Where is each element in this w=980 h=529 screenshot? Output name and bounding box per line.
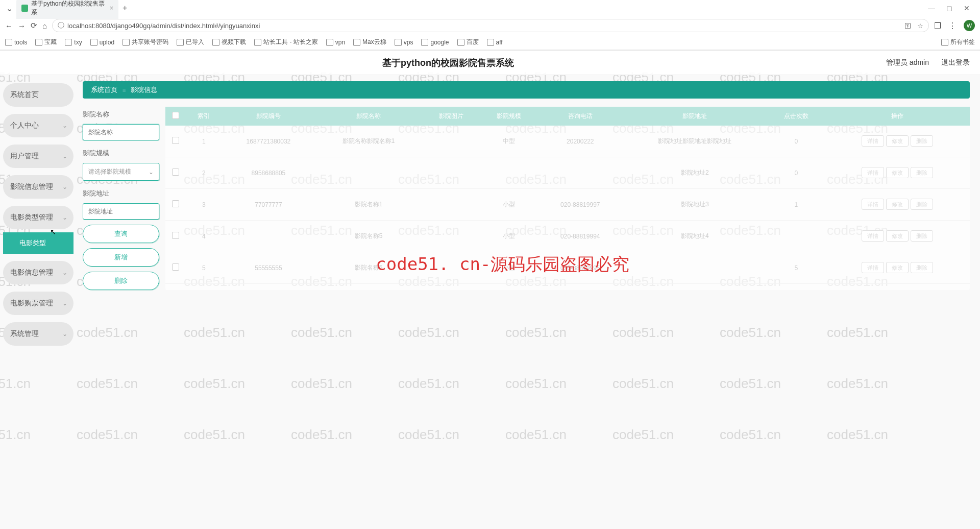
cinema-address-input[interactable] bbox=[83, 203, 159, 220]
sidebar-item[interactable]: 系统首页 bbox=[3, 83, 74, 107]
row-checkbox[interactable] bbox=[172, 232, 179, 239]
bookmark-item[interactable]: 站长工具 - 站长之家 bbox=[254, 38, 318, 46]
edit-button[interactable]: 修改 bbox=[886, 199, 909, 210]
new-tab-button[interactable]: + bbox=[122, 4, 127, 13]
bookmark-item[interactable]: vps bbox=[395, 38, 413, 46]
bookmark-bar: tools宝藏txyuplod共享账号密码已导入视频下载站长工具 - 站长之家v… bbox=[0, 35, 980, 50]
sidebar-subitem-active[interactable]: 电影类型 bbox=[3, 232, 74, 254]
folder-icon bbox=[65, 39, 72, 46]
detail-button[interactable]: 详情 bbox=[862, 199, 884, 210]
table-header: 索引 bbox=[186, 107, 222, 126]
detail-button[interactable]: 详情 bbox=[862, 135, 884, 147]
table-row: 28958688805影院地址20详情修改删除 bbox=[165, 157, 970, 189]
folder-icon bbox=[395, 39, 402, 46]
filter-name-label: 影院名称 bbox=[83, 110, 159, 119]
table-header: 咨询电话 bbox=[538, 107, 623, 126]
edit-button[interactable]: 修改 bbox=[886, 167, 909, 178]
sidebar-item[interactable]: 系统管理 bbox=[3, 322, 74, 346]
sidebar: 系统首页个人中心用户管理影院信息管理电影类型管理电影类型电影信息管理电影购票管理… bbox=[0, 75, 77, 529]
edit-button[interactable]: 修改 bbox=[886, 230, 909, 242]
folder-icon bbox=[487, 39, 494, 46]
table-header: 影院图片 bbox=[422, 107, 480, 126]
reload-icon[interactable]: ⟳ bbox=[31, 21, 37, 30]
folder-icon bbox=[326, 39, 333, 46]
folder-icon bbox=[254, 39, 261, 46]
row-checkbox[interactable] bbox=[172, 137, 179, 144]
sidebar-item[interactable]: 电影类型管理 bbox=[3, 206, 74, 229]
forward-icon[interactable]: → bbox=[18, 21, 26, 30]
tabs-dropdown[interactable]: ⌄ bbox=[4, 4, 14, 13]
breadcrumb-home[interactable]: 系统首页 bbox=[91, 85, 117, 94]
sidebar-item[interactable]: 电影购票管理 bbox=[3, 292, 74, 315]
bookmark-item[interactable]: aff bbox=[487, 38, 503, 46]
table-header bbox=[165, 107, 186, 126]
bookmark-item[interactable]: vpn bbox=[326, 38, 345, 46]
row-delete-button[interactable]: 删除 bbox=[911, 199, 933, 210]
row-delete-button[interactable]: 删除 bbox=[911, 167, 933, 178]
sidebar-item[interactable]: 影院信息管理 bbox=[3, 175, 74, 199]
window-controls: — ◻ ✕ bbox=[928, 4, 976, 12]
row-delete-button[interactable]: 删除 bbox=[911, 230, 933, 242]
table-header: 影院地址 bbox=[623, 107, 768, 126]
bookmark-item[interactable]: 共享账号密码 bbox=[122, 38, 168, 46]
home-icon[interactable]: ⌂ bbox=[42, 21, 47, 30]
bookmark-item[interactable]: tools bbox=[5, 38, 27, 46]
close-window-icon[interactable]: ✕ bbox=[964, 4, 970, 12]
maximize-icon[interactable]: ◻ bbox=[946, 4, 952, 12]
address-bar[interactable]: ⓘ localhost:8080/django490gq/admin/dist/… bbox=[52, 19, 929, 32]
detail-button[interactable]: 详情 bbox=[862, 262, 884, 273]
row-checkbox[interactable] bbox=[172, 169, 179, 176]
mouse-cursor-icon: ↖ bbox=[50, 228, 56, 236]
folder-icon bbox=[5, 39, 12, 46]
bookmark-item[interactable]: google bbox=[421, 38, 449, 46]
content-area: 系统首页 ≡ 影院信息 影院名称 影院规模 请选择影院规模 ⌄ 影院地址 查询 … bbox=[77, 75, 980, 529]
all-bookmarks[interactable]: 所有书签 bbox=[941, 38, 975, 46]
table-header: 点击次数 bbox=[767, 107, 825, 126]
row-checkbox[interactable] bbox=[172, 200, 179, 207]
table-header: 影院规模 bbox=[480, 107, 538, 126]
password-icon[interactable]: ⚿ bbox=[904, 22, 911, 30]
minimize-icon[interactable]: — bbox=[928, 4, 935, 12]
table-header: 影院编号 bbox=[222, 107, 315, 126]
bookmark-item[interactable]: txy bbox=[65, 38, 82, 46]
bookmark-star-icon[interactable]: ☆ bbox=[917, 22, 923, 30]
search-button[interactable]: 查询 bbox=[83, 225, 159, 243]
add-button[interactable]: 新增 bbox=[83, 248, 159, 267]
site-info-icon[interactable]: ⓘ bbox=[58, 21, 64, 30]
extensions-icon[interactable]: ❐ bbox=[934, 21, 941, 31]
current-user-label: 管理员 admin bbox=[886, 58, 929, 67]
sidebar-item[interactable]: 电影信息管理 bbox=[3, 261, 74, 284]
folder-icon bbox=[177, 39, 184, 46]
breadcrumb: 系统首页 ≡ 影院信息 bbox=[83, 81, 970, 99]
breadcrumb-current: 影院信息 bbox=[131, 85, 157, 94]
bookmark-item[interactable]: 视频下载 bbox=[212, 38, 246, 46]
edit-button[interactable]: 修改 bbox=[886, 262, 909, 273]
row-checkbox[interactable] bbox=[172, 263, 179, 271]
menu-icon[interactable]: ⋮ bbox=[948, 21, 957, 31]
logout-link[interactable]: 退出登录 bbox=[941, 58, 970, 67]
row-delete-button[interactable]: 删除 bbox=[911, 135, 933, 147]
back-icon[interactable]: ← bbox=[5, 21, 13, 30]
bookmark-item[interactable]: Max云梯 bbox=[353, 38, 386, 46]
cinema-scale-select[interactable]: 请选择影院规模 ⌄ bbox=[83, 163, 159, 181]
folder-icon bbox=[35, 39, 42, 46]
bookmark-item[interactable]: 宝藏 bbox=[35, 38, 57, 46]
profile-avatar[interactable]: W bbox=[964, 20, 975, 31]
sidebar-item[interactable]: 用户管理 bbox=[3, 145, 74, 168]
cinema-name-input[interactable] bbox=[83, 124, 159, 140]
folder-icon bbox=[122, 39, 130, 46]
page-title: 基于python的校园影院售票系统 bbox=[10, 57, 886, 69]
edit-button[interactable]: 修改 bbox=[886, 135, 909, 147]
delete-button[interactable]: 删除 bbox=[83, 272, 159, 290]
browser-tab[interactable]: 基于python的校园影院售票系 × bbox=[16, 0, 118, 19]
row-delete-button[interactable]: 删除 bbox=[911, 262, 933, 273]
table-row: 11687721380032影院名称影院名称1中型20200222影院地址影院地… bbox=[165, 126, 970, 157]
bookmark-item[interactable]: 百度 bbox=[457, 38, 479, 46]
detail-button[interactable]: 详情 bbox=[862, 167, 884, 178]
select-all-checkbox[interactable] bbox=[172, 112, 179, 119]
tab-close-icon[interactable]: × bbox=[110, 5, 113, 12]
sidebar-item[interactable]: 个人中心 bbox=[3, 114, 74, 137]
detail-button[interactable]: 详情 bbox=[862, 230, 884, 242]
bookmark-item[interactable]: 已导入 bbox=[177, 38, 204, 46]
bookmark-item[interactable]: uplod bbox=[90, 38, 114, 46]
